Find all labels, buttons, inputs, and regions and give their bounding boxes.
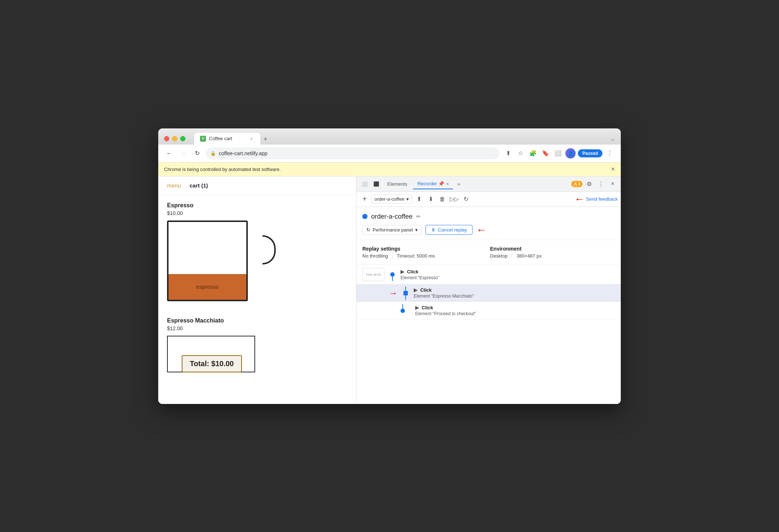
- espresso-mug[interactable]: espresso: [167, 221, 248, 301]
- tab-favicon: V: [200, 136, 206, 142]
- new-tab-button[interactable]: +: [260, 134, 271, 145]
- step-element-1: Element "Espresso": [401, 275, 615, 280]
- upload-button[interactable]: ⬆: [414, 194, 424, 204]
- close-traffic-light[interactable]: [164, 136, 169, 141]
- red-arrow-step2: →: [389, 288, 398, 298]
- fullscreen-traffic-light[interactable]: [180, 136, 185, 141]
- step-timeline-dot-1: [390, 272, 395, 277]
- automated-test-message: Chrome is being controlled by automated …: [164, 167, 281, 172]
- cancel-replay-icon: ⏸: [431, 227, 436, 233]
- browser-tab[interactable]: V Coffee cart ×: [194, 133, 260, 145]
- espresso-liquid-label: espresso: [196, 284, 219, 290]
- performance-panel-select[interactable]: ↻ Performance panel ▾: [362, 225, 422, 235]
- mug-handle: [262, 235, 276, 265]
- espresso-product: Espresso $10.00 espresso: [167, 202, 347, 309]
- tab-elements[interactable]: Elements: [383, 179, 412, 189]
- recording-select[interactable]: order-a-coffee ▾: [371, 194, 412, 204]
- settings-button-recorder[interactable]: ↻: [461, 194, 471, 204]
- throttling-value: No throttling Timeout: 5000 ms: [362, 253, 487, 259]
- devtools-panel: ⬜ ⬛ Elements Recorder 📌 × » ⚠ 1 ⚙ ⋮ × +: [356, 176, 621, 404]
- red-arrow-cancel: ←: [476, 225, 486, 235]
- step-timeline-dot-3: [401, 309, 405, 313]
- step-action-1: ▶ Click: [401, 269, 615, 274]
- tabs-area: V Coffee cart × +: [194, 133, 606, 145]
- nav-actions: ⬆ ☆ 🧩 🔖 ⬜ 👤 Paused ⋮: [503, 148, 615, 158]
- more-tabs-button[interactable]: »: [454, 179, 463, 189]
- window-controls-right: ⌄: [610, 136, 615, 142]
- perf-panel-chevron: ▾: [415, 227, 418, 233]
- step-thumbnail-1: Total: $0.00: [362, 268, 384, 281]
- recording-edit-button[interactable]: ✏: [416, 214, 421, 219]
- site-cart-button[interactable]: cart (1): [190, 182, 208, 189]
- download-button[interactable]: ⬇: [425, 194, 436, 204]
- step-timeline-square-2: [403, 291, 408, 295]
- tab-close-button[interactable]: ×: [249, 136, 254, 142]
- profile-avatar[interactable]: 👤: [565, 148, 576, 158]
- total-tooltip: Total: $10.00: [182, 355, 242, 372]
- settings-button[interactable]: ⚙: [584, 179, 594, 189]
- address-bar[interactable]: 🔒 coffee-cart.netlify.app: [206, 147, 499, 159]
- title-bar: V Coffee cart × + ⌄: [158, 128, 621, 145]
- traffic-lights: [164, 136, 185, 141]
- forward-button[interactable]: →: [178, 148, 188, 158]
- replay-settings-title: Replay settings: [362, 246, 487, 252]
- issues-badge[interactable]: ⚠ 1: [571, 181, 583, 187]
- main-area: menu cart (1) Espresso $10.00 espresso: [158, 176, 621, 404]
- espresso-name: Espresso: [167, 202, 347, 209]
- perf-panel-label: Performance panel: [373, 227, 413, 233]
- delete-button[interactable]: 🗑: [437, 194, 448, 204]
- devtools-shortcut-button[interactable]: 🔖: [540, 148, 551, 158]
- issues-badge-icon: ⚠: [573, 182, 577, 186]
- send-feedback-link[interactable]: Send feedback: [586, 196, 618, 202]
- share-button[interactable]: ⬆: [503, 148, 513, 158]
- macchiato-product: Espresso Macchiato $12.00 Total: $10.00: [167, 317, 347, 380]
- cancel-replay-button[interactable]: ⏸ Cancel replay: [425, 225, 473, 235]
- tab-title: Coffee cart: [209, 136, 246, 141]
- devtools-toolbar: ⬜ ⬛ Elements Recorder 📌 × » ⚠ 1 ⚙ ⋮ ×: [356, 176, 621, 192]
- recorder-toolbar: + order-a-coffee ▾ ⬆ ⬇ 🗑 ▷▷ ↻ ← Send fee…: [356, 192, 621, 207]
- step-row-1[interactable]: Total: $0.00 ▶ Click Element "Espresso": [356, 265, 621, 284]
- step-content-3: ▶ Click Element "Proceed to checkout": [415, 305, 615, 316]
- step-action-2: ▶ Click: [414, 287, 615, 293]
- inspect-icon[interactable]: ⬜: [359, 179, 370, 189]
- step-content-1: ▶ Click Element "Espresso": [401, 269, 615, 280]
- tab-recorder[interactable]: Recorder 📌 ×: [413, 179, 453, 189]
- refresh-button[interactable]: ↻: [192, 148, 202, 158]
- replay-settings-left: Replay settings No throttling Timeout: 5…: [362, 246, 487, 259]
- site-nav: menu cart (1): [158, 176, 356, 195]
- devtools-close-button[interactable]: ×: [608, 179, 618, 189]
- minimize-traffic-light[interactable]: [172, 136, 177, 141]
- espresso-mug-wrapper: espresso: [167, 221, 262, 309]
- replay-button[interactable]: ▷▷: [449, 194, 459, 204]
- back-button[interactable]: ←: [164, 148, 174, 158]
- site-menu-button[interactable]: menu: [167, 182, 181, 189]
- environment-value: Desktop 380×487 px: [490, 253, 615, 259]
- red-arrow-toolbar: ←: [574, 194, 584, 204]
- extensions-button[interactable]: 🧩: [528, 148, 538, 158]
- add-recording-button[interactable]: +: [359, 194, 370, 204]
- nav-bar: ← → ↻ 🔒 coffee-cart.netlify.app ⬆ ☆ 🧩 🔖 …: [158, 145, 621, 163]
- chrome-menu-button[interactable]: ⋮: [605, 148, 615, 158]
- environment-title: Environment: [490, 246, 615, 252]
- paused-label: Paused: [582, 151, 598, 156]
- chevron-down-icon[interactable]: ⌄: [610, 136, 615, 142]
- site-products: Espresso $10.00 espresso Espresso Macchi…: [158, 195, 356, 396]
- device-toolbar-icon[interactable]: ⬛: [371, 179, 381, 189]
- steps-list: Total: $0.00 ▶ Click Element "Espresso": [356, 265, 621, 404]
- expand-icon-2: ▶: [414, 287, 417, 293]
- browser-window: V Coffee cart × + ⌄ ← → ↻ 🔒 coffee-cart.…: [158, 128, 621, 404]
- step-row-3[interactable]: ▶ Click Element "Proceed to checkout": [356, 302, 621, 320]
- automated-close-button[interactable]: ×: [611, 165, 615, 173]
- recording-status-dot: [362, 214, 367, 219]
- issues-badge-count: 1: [578, 182, 580, 186]
- bookmark-button[interactable]: ☆: [515, 148, 526, 158]
- step-element-2: Element "Espresso Macchiato": [414, 294, 615, 299]
- split-view-button[interactable]: ⬜: [553, 148, 563, 158]
- step-row-2[interactable]: → ▶ Click Element "Espresso Macchiato": [356, 284, 621, 302]
- espresso-price: $10.00: [167, 210, 347, 216]
- recording-select-value: order-a-coffee: [374, 196, 404, 202]
- espresso-liquid: espresso: [169, 274, 246, 300]
- devtools-more-button[interactable]: ⋮: [596, 179, 606, 189]
- replay-settings-right: Environment Desktop 380×487 px: [490, 246, 615, 259]
- automated-test-bar: Chrome is being controlled by automated …: [158, 163, 621, 176]
